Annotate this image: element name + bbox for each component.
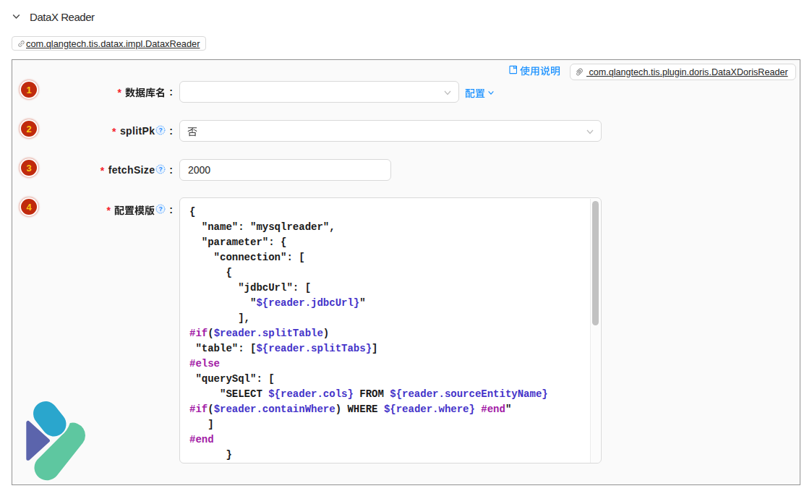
svg-text:?: ? — [159, 127, 163, 134]
svg-text:?: ? — [159, 166, 163, 173]
svg-text:?: ? — [159, 205, 163, 213]
